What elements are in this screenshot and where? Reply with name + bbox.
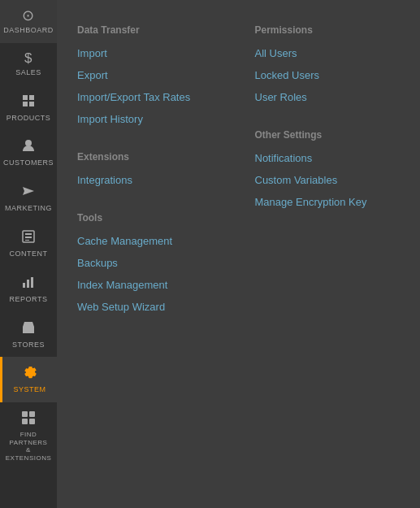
integrations-link[interactable]: Integrations [77, 174, 223, 186]
tools-section: Tools Cache Management Backups Index Man… [77, 212, 223, 323]
import-history-link[interactable]: Import History [77, 113, 223, 125]
sidebar-label-stores: STORES [12, 341, 45, 350]
data-transfer-section: Data Transfer Import Export Import/Expor… [77, 24, 223, 135]
svg-marker-5 [23, 187, 34, 195]
customers-icon [21, 138, 36, 155]
sidebar-label-customers: CUSTOMERS [3, 158, 54, 167]
sidebar-item-products[interactable]: PRODUCTS [0, 85, 57, 131]
svg-rect-2 [23, 102, 28, 106]
import-link[interactable]: Import [77, 47, 223, 59]
other-settings-section: Other Settings Notifications Custom Vari… [255, 129, 401, 218]
dashboard-icon: ⊙ [22, 8, 35, 23]
svg-rect-8 [25, 237, 32, 238]
notifications-link[interactable]: Notifications [255, 152, 401, 164]
import-export-tax-link[interactable]: Import/Export Tax Rates [77, 91, 223, 103]
data-transfer-header: Data Transfer [77, 24, 223, 36]
sidebar-item-reports[interactable]: REPORTS [0, 267, 57, 312]
find-partners-icon [21, 410, 36, 428]
index-management-link[interactable]: Index Management [77, 279, 223, 291]
permissions-header: Permissions [255, 24, 401, 36]
all-users-link[interactable]: All Users [255, 47, 401, 59]
sidebar-label-system: SYSTEM [13, 385, 45, 394]
sidebar-item-customers[interactable]: CUSTOMERS [0, 130, 57, 176]
sidebar-label-products: PRODUCTS [6, 114, 51, 123]
main-content: Data Transfer Import Export Import/Expor… [57, 0, 420, 508]
right-column: Permissions All Users Locked Users User … [255, 24, 401, 484]
svg-rect-1 [29, 95, 34, 100]
svg-rect-12 [31, 277, 33, 288]
custom-variables-link[interactable]: Custom Variables [255, 174, 401, 186]
other-settings-header: Other Settings [255, 129, 401, 141]
cache-management-link[interactable]: Cache Management [77, 235, 223, 247]
sidebar-label-content: CONTENT [10, 250, 48, 258]
sidebar-item-stores[interactable]: STORES [0, 312, 57, 358]
locked-users-link[interactable]: Locked Users [255, 69, 401, 81]
permissions-section: Permissions All Users Locked Users User … [255, 24, 401, 113]
user-roles-link[interactable]: User Roles [255, 91, 401, 103]
sidebar: ⊙ DASHBOARD $ SALES PRODUCTS CUSTOMERS M… [0, 0, 57, 508]
svg-rect-3 [29, 102, 34, 106]
system-icon [23, 365, 37, 382]
svg-rect-16 [29, 411, 35, 417]
svg-rect-14 [27, 328, 30, 333]
sidebar-label-reports: REPORTS [10, 295, 48, 304]
sidebar-item-marketing[interactable]: MARKETING [0, 176, 57, 221]
svg-rect-11 [27, 280, 29, 288]
left-column: Data Transfer Import Export Import/Expor… [77, 24, 223, 484]
sales-icon: $ [24, 51, 32, 65]
sidebar-label-find-partners: FIND PARTNERS& EXTENSIONS [3, 431, 54, 462]
sidebar-item-dashboard[interactable]: ⊙ DASHBOARD [0, 0, 57, 43]
content-icon [21, 229, 36, 246]
sidebar-label-marketing: MARKETING [5, 204, 52, 213]
stores-icon [21, 320, 36, 337]
products-icon [21, 93, 36, 111]
extensions-section: Extensions Integrations [77, 151, 223, 196]
sidebar-label-sales: SALES [15, 68, 41, 77]
marketing-icon [21, 184, 36, 201]
export-link[interactable]: Export [77, 69, 223, 81]
svg-rect-0 [23, 95, 28, 100]
sidebar-item-system[interactable]: SYSTEM [0, 357, 57, 402]
tools-header: Tools [77, 212, 223, 224]
sidebar-label-dashboard: DASHBOARD [3, 26, 54, 35]
sidebar-item-sales[interactable]: $ SALES [0, 43, 57, 85]
web-setup-wizard-link[interactable]: Web Setup Wizard [77, 301, 223, 313]
svg-rect-9 [25, 240, 29, 241]
svg-rect-7 [25, 233, 32, 235]
svg-rect-17 [22, 419, 28, 424]
sidebar-item-find-partners[interactable]: FIND PARTNERS& EXTENSIONS [0, 402, 57, 468]
reports-icon [21, 275, 36, 292]
sidebar-item-content[interactable]: CONTENT [0, 221, 57, 267]
backups-link[interactable]: Backups [77, 257, 223, 269]
svg-rect-10 [23, 283, 25, 288]
svg-point-4 [25, 140, 32, 146]
extensions-header: Extensions [77, 151, 223, 163]
svg-rect-15 [22, 411, 28, 417]
svg-rect-18 [29, 419, 35, 424]
manage-encryption-key-link[interactable]: Manage Encryption Key [255, 196, 401, 208]
